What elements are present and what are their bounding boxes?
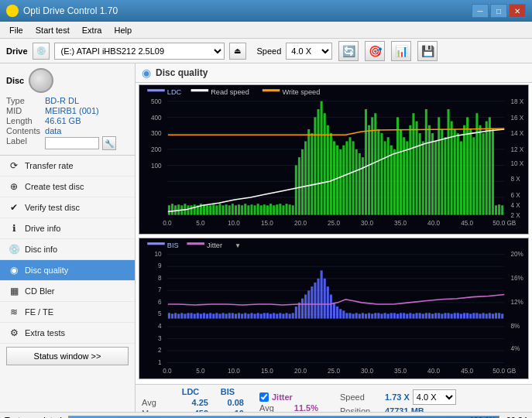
svg-text:4 X: 4 X bbox=[510, 202, 520, 209]
speed-select[interactable]: 4.0 X bbox=[286, 43, 332, 60]
create-test-disc-icon: ⊕ bbox=[8, 180, 20, 193]
svg-rect-67 bbox=[254, 205, 256, 214]
svg-rect-95 bbox=[342, 146, 345, 215]
jitter-checkbox[interactable] bbox=[259, 392, 269, 402]
svg-rect-276 bbox=[448, 313, 450, 318]
status-window-button[interactable]: Status window >> bbox=[6, 347, 129, 365]
nav-verify-test-disc-label: Verify test disc bbox=[25, 203, 80, 212]
svg-rect-201 bbox=[209, 313, 211, 318]
bis-avg: 0.08 bbox=[211, 398, 244, 407]
disc-quality-icon: ◉ bbox=[8, 264, 20, 276]
svg-text:2 X: 2 X bbox=[510, 212, 520, 219]
nav-disc-quality[interactable]: ◉ Disc quality bbox=[0, 260, 135, 281]
svg-rect-117 bbox=[412, 113, 414, 214]
svg-rect-221 bbox=[273, 313, 275, 318]
svg-text:8%: 8% bbox=[510, 322, 520, 329]
disc-label-button[interactable]: 🔧 bbox=[102, 136, 116, 150]
disc-mid-label: MID bbox=[6, 106, 40, 115]
svg-rect-92 bbox=[333, 141, 335, 214]
ldc-chart: LDC Read speed Write speed 500 bbox=[139, 84, 529, 235]
disc-image bbox=[29, 68, 53, 93]
svg-text:10.0: 10.0 bbox=[228, 368, 240, 375]
bis-header: BIS bbox=[211, 387, 244, 396]
nav-fe-te-label: FE / TE bbox=[25, 307, 53, 317]
window-controls: ─ □ ✕ bbox=[472, 4, 526, 18]
svg-rect-286 bbox=[479, 314, 481, 318]
svg-rect-253 bbox=[374, 313, 376, 318]
svg-rect-103 bbox=[368, 125, 370, 215]
svg-rect-215 bbox=[254, 314, 256, 318]
svg-rect-51 bbox=[203, 204, 205, 214]
nav-extra-tests-label: Extra tests bbox=[25, 328, 65, 337]
svg-text:300: 300 bbox=[151, 130, 162, 137]
close-button[interactable]: ✕ bbox=[509, 4, 526, 18]
svg-rect-48 bbox=[194, 204, 196, 214]
svg-rect-99 bbox=[355, 149, 358, 215]
svg-text:4: 4 bbox=[158, 322, 162, 329]
nav-create-test-disc[interactable]: ⊕ Create test disc bbox=[0, 176, 135, 197]
svg-rect-134 bbox=[466, 117, 469, 214]
svg-rect-248 bbox=[359, 314, 361, 318]
svg-rect-200 bbox=[206, 314, 208, 318]
eject-icon[interactable]: ⏏ bbox=[229, 43, 246, 60]
nav-transfer-rate[interactable]: ⟳ Transfer rate bbox=[0, 156, 135, 176]
svg-text:9: 9 bbox=[158, 262, 162, 269]
minimize-button[interactable]: ─ bbox=[472, 4, 489, 18]
svg-rect-255 bbox=[380, 314, 383, 318]
svg-rect-55 bbox=[215, 205, 218, 214]
nav-transfer-rate-label: Transfer rate bbox=[25, 161, 74, 170]
svg-text:30.0: 30.0 bbox=[361, 368, 373, 375]
disc-quality-header-icon: ◉ bbox=[142, 67, 151, 79]
svg-rect-265 bbox=[412, 314, 414, 318]
nav-cd-bler[interactable]: ▦ CD Bler bbox=[0, 281, 135, 302]
svg-text:15.0: 15.0 bbox=[261, 368, 273, 375]
svg-rect-226 bbox=[289, 314, 291, 318]
disc-label-input[interactable] bbox=[45, 137, 99, 149]
speed-select-stats[interactable]: 4.0 X bbox=[413, 389, 456, 405]
svg-rect-199 bbox=[203, 313, 205, 318]
graph-icon[interactable]: 📊 bbox=[391, 41, 411, 61]
save-icon[interactable]: 💾 bbox=[417, 41, 438, 61]
bis-chart: BIS Jitter ▼ 10 bbox=[139, 238, 529, 379]
settings-icon[interactable]: 🎯 bbox=[365, 41, 385, 61]
svg-text:2: 2 bbox=[158, 347, 162, 354]
svg-rect-217 bbox=[260, 314, 263, 318]
menu-help[interactable]: Help bbox=[108, 24, 138, 36]
svg-text:6: 6 bbox=[158, 298, 162, 305]
svg-rect-262 bbox=[403, 313, 405, 318]
menu-file[interactable]: File bbox=[3, 24, 29, 36]
title-bar: Opti Drive Control 1.70 ─ □ ✕ bbox=[0, 0, 532, 22]
drive-select[interactable]: (E:) ATAPI iHBS212 2.5L09 bbox=[54, 43, 225, 60]
svg-rect-133 bbox=[463, 125, 465, 215]
nav-extra-tests[interactable]: ⚙ Extra tests bbox=[0, 323, 135, 344]
svg-rect-280 bbox=[460, 314, 462, 318]
svg-rect-208 bbox=[232, 313, 234, 318]
speed-key: Speed bbox=[340, 392, 382, 402]
svg-rect-101 bbox=[362, 157, 364, 215]
svg-rect-64 bbox=[244, 204, 246, 214]
svg-rect-93 bbox=[336, 146, 338, 215]
menu-bar: File Start test Extra Help bbox=[0, 22, 532, 39]
svg-rect-130 bbox=[454, 129, 456, 215]
svg-rect-249 bbox=[362, 313, 364, 318]
drive-icon: 💿 bbox=[33, 43, 50, 60]
app-title: Opti Drive Control 1.70 bbox=[23, 5, 118, 16]
svg-text:5.0: 5.0 bbox=[196, 220, 205, 227]
refresh-icon[interactable]: 🔄 bbox=[338, 41, 359, 61]
svg-rect-75 bbox=[279, 204, 281, 214]
nav-fe-te[interactable]: ≋ FE / TE bbox=[0, 302, 135, 323]
svg-rect-271 bbox=[431, 314, 434, 318]
maximize-button[interactable]: □ bbox=[490, 4, 507, 18]
svg-rect-104 bbox=[371, 117, 373, 214]
svg-rect-251 bbox=[368, 313, 370, 318]
svg-rect-139 bbox=[482, 133, 485, 215]
nav-drive-info[interactable]: ℹ Drive info bbox=[0, 218, 135, 239]
menu-extra[interactable]: Extra bbox=[76, 24, 108, 36]
svg-rect-250 bbox=[365, 314, 367, 318]
ldc-header: LDC bbox=[173, 387, 208, 396]
svg-rect-5 bbox=[263, 89, 280, 91]
menu-start-test[interactable]: Start test bbox=[29, 24, 76, 36]
nav-verify-test-disc[interactable]: ✔ Verify test disc bbox=[0, 197, 135, 218]
nav-disc-info[interactable]: 💿 Disc info bbox=[0, 239, 135, 260]
svg-rect-78 bbox=[289, 204, 291, 214]
